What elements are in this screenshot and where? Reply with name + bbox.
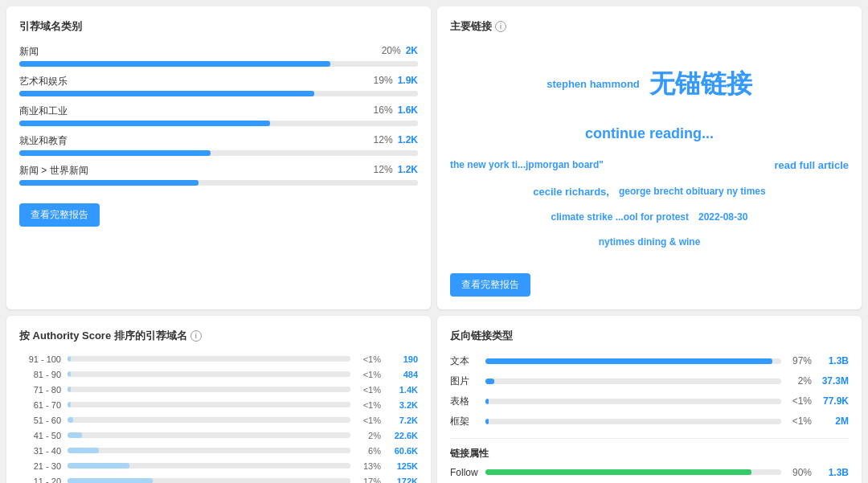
link-climate[interactable]: climate strike ...ool for protest — [551, 206, 689, 229]
links-cloud-inner: stephen hammond 无锚链接 continue reading...… — [450, 53, 849, 256]
as-bar-row: 91 - 100 <1% 190 — [19, 354, 418, 364]
domain-view-full-btn[interactable]: 查看完整报告 — [19, 203, 100, 227]
domain-bar-row: 新闻 20% 2K — [19, 45, 418, 67]
links-row-4: cecile richards, george brecht obituary … — [450, 179, 849, 204]
bl-type-row: 图片 2% 37.3M — [450, 375, 849, 388]
authority-score-bars: 91 - 100 <1% 190 81 - 90 <1% 484 71 - 80… — [19, 354, 418, 483]
domain-bar-row: 新闻 > 世界新闻 12% 1.2K — [19, 164, 418, 186]
bl-type-row: 表格 <1% 77.9K — [450, 395, 849, 408]
domain-bar-row: 就业和教育 12% 1.2K — [19, 134, 418, 156]
link-george[interactable]: george brecht obituary ny times — [619, 180, 766, 203]
authority-score-card: 按 Authority Score 排序的引荐域名 i 91 - 100 <1%… — [6, 316, 431, 483]
links-row-3: the new york ti...jpmorgan board" read f… — [450, 153, 849, 178]
link-read-full[interactable]: read full article — [775, 153, 849, 178]
main-links-card: 主要链接 i stephen hammond 无锚链接 continue rea… — [437, 6, 862, 309]
link-attr-title: 链接属性 — [450, 447, 849, 460]
as-bar-row: 71 - 80 <1% 1.4K — [19, 385, 418, 395]
bl-attr-row: Follow 90% 1.3B — [450, 467, 849, 478]
links-row-2: continue reading... — [450, 117, 849, 151]
main-links-title: 主要链接 i — [450, 19, 849, 34]
as-bar-row: 81 - 90 <1% 484 — [19, 370, 418, 379]
links-row-1: stephen hammond 无锚链接 — [450, 53, 849, 115]
as-bar-row: 11 - 20 17% 172K — [19, 477, 418, 483]
links-cloud: stephen hammond 无锚链接 continue reading...… — [450, 45, 849, 264]
backlink-type-title: 反向链接类型 — [450, 329, 849, 343]
links-row-6: nytimes dining & wine — [450, 231, 849, 254]
backlink-type-bars: 文本 97% 1.3B 图片 2% 37.3M 表格 <1% 77.9K 框架 — [450, 354, 849, 428]
link-stephen[interactable]: stephen hammond — [547, 72, 640, 96]
as-bar-row: 51 - 60 <1% 7.2K — [19, 415, 418, 425]
links-row-5: climate strike ...ool for protest 2022-0… — [450, 206, 849, 229]
link-nytimes-board[interactable]: the new york ti...jpmorgan board" — [450, 153, 604, 177]
link-noanchor[interactable]: 无锚链接 — [649, 53, 752, 115]
main-links-info-icon[interactable]: i — [495, 21, 506, 32]
authority-score-title: 按 Authority Score 排序的引荐域名 i — [19, 329, 418, 343]
domain-bar-row: 艺术和娱乐 19% 1.9K — [19, 75, 418, 96]
link-cecile[interactable]: cecile richards, — [533, 179, 609, 204]
link-dining[interactable]: nytimes dining & wine — [599, 231, 701, 254]
link-attr-bars: Follow 90% 1.3B Nofollow 10% 136M Sponso… — [450, 467, 849, 483]
domain-bar-row: 商业和工业 16% 1.6K — [19, 104, 418, 126]
domain-categories-card: 引荐域名类别 新闻 20% 2K 艺术和娱乐 19% 1.9K — [6, 6, 431, 309]
as-bar-row: 31 - 40 6% 60.6K — [19, 446, 418, 456]
authority-score-info-icon[interactable]: i — [190, 330, 202, 342]
domain-bars: 新闻 20% 2K 艺术和娱乐 19% 1.9K — [19, 45, 418, 186]
bl-type-row: 文本 97% 1.3B — [450, 354, 849, 368]
link-date[interactable]: 2022-08-30 — [698, 206, 747, 229]
as-bar-row: 61 - 70 <1% 3.2K — [19, 400, 418, 410]
backlink-card: 反向链接类型 文本 97% 1.3B 图片 2% 37.3M 表格 <1% 77… — [437, 316, 862, 483]
links-view-full-btn[interactable]: 查看完整报告 — [450, 273, 530, 297]
as-bar-row: 41 - 50 2% 22.6K — [19, 431, 418, 440]
as-bar-row: 21 - 30 13% 125K — [19, 461, 418, 471]
link-continue[interactable]: continue reading... — [585, 117, 714, 151]
bl-type-row: 框架 <1% 2M — [450, 415, 849, 428]
domain-categories-title: 引荐域名类别 — [19, 19, 418, 34]
